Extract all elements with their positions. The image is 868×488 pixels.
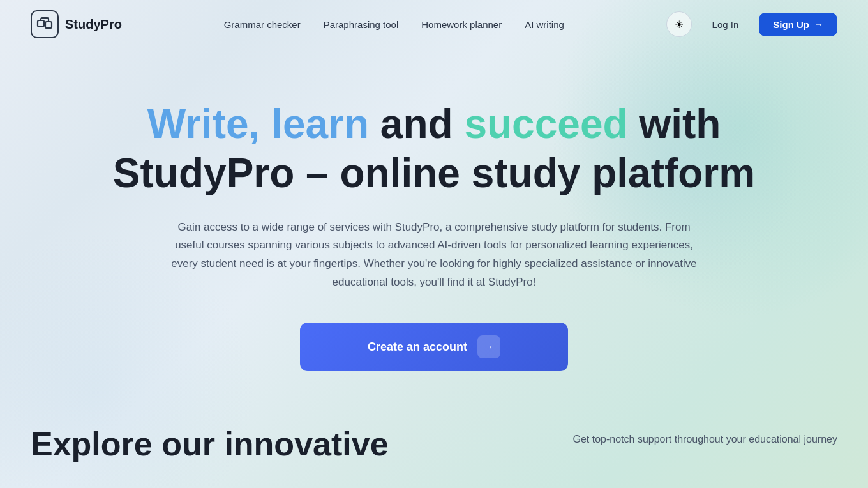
svg-rect-1 (45, 22, 52, 28)
hero-title-succeed: succeed (464, 101, 627, 147)
bottom-left: Explore our innovative (31, 426, 389, 462)
hero-title-write: Write, learn (147, 101, 369, 147)
hero-subtitle: Gain access to a wide range of services … (166, 218, 702, 293)
hero-title-with: with (639, 101, 721, 147)
cta-label: Create an account (368, 340, 467, 354)
nav-ai-writing[interactable]: AI writing (525, 19, 564, 30)
nav-paraphrasing-tool[interactable]: Paraphrasing tool (324, 19, 399, 30)
signup-arrow-icon: → (814, 19, 823, 29)
theme-toggle-button[interactable]: ☀ (666, 11, 692, 37)
navbar: StudyPro Grammar checker Paraphrasing to… (0, 0, 868, 49)
signup-label: Sign Up (773, 19, 809, 30)
sun-icon: ☀ (675, 19, 684, 31)
hero-title: Write, learn and succeed with StudyPro –… (31, 100, 837, 198)
page-wrapper: StudyPro Grammar checker Paraphrasing to… (0, 0, 868, 488)
logo[interactable]: StudyPro (31, 10, 122, 38)
logo-text: StudyPro (65, 17, 122, 32)
signup-button[interactable]: Sign Up → (759, 13, 837, 36)
nav-homework-planner[interactable]: Homework planner (421, 19, 502, 30)
bottom-heading: Explore our innovative (31, 426, 389, 462)
nav-grammar-checker[interactable]: Grammar checker (224, 19, 301, 30)
navbar-actions: ☀ Log In Sign Up → (666, 11, 837, 37)
bottom-right: Get top-notch support throughout your ed… (573, 426, 838, 448)
login-button[interactable]: Log In (702, 14, 749, 35)
svg-rect-0 (38, 20, 44, 27)
hero-section: Write, learn and succeed with StudyPro –… (0, 49, 868, 409)
create-account-button[interactable]: Create an account → (300, 323, 568, 371)
logo-icon (31, 10, 59, 38)
bottom-section: Explore our innovative Get top-notch sup… (0, 400, 868, 488)
hero-title-and: and (380, 101, 465, 147)
hero-title-line2: StudyPro – online study platform (113, 150, 755, 196)
navbar-nav: Grammar checker Paraphrasing tool Homewo… (224, 19, 564, 30)
cta-arrow-icon: → (477, 335, 500, 358)
bottom-description: Get top-notch support throughout your ed… (573, 431, 838, 448)
